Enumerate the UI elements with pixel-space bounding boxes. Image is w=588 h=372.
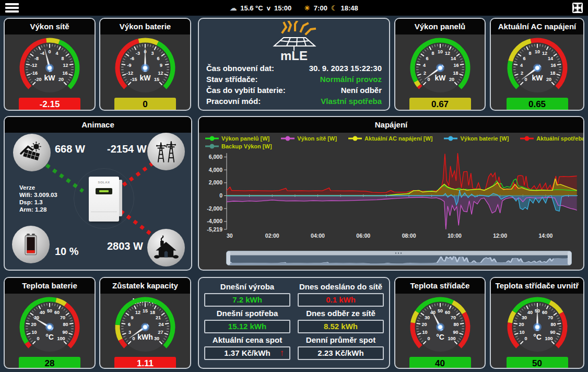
gauge-battery-power: Výkon baterie-15-12-9-6-303691215kW0	[99, 18, 191, 111]
svg-text:20: 20	[449, 77, 454, 82]
svg-text:8: 8	[431, 51, 434, 56]
gauge-value: 50	[507, 357, 568, 369]
gauge-battery-capacity: Zůstatek kapacity baterie036912151821242…	[99, 277, 191, 369]
stat-value: 2.23 Kč/kWh	[298, 346, 384, 360]
svg-text:2,000: 2,000	[209, 179, 222, 185]
grid-power-value: -2154 W	[107, 143, 147, 155]
info-label: Čas obnovení dat:	[206, 63, 274, 74]
svg-text:10: 10	[437, 49, 442, 54]
svg-text:60: 60	[445, 310, 450, 315]
svg-text:30: 30	[521, 315, 526, 320]
svg-text:10: 10	[519, 330, 524, 335]
svg-text:70: 70	[60, 315, 65, 320]
svg-text:12: 12	[63, 63, 68, 68]
legend-marker	[205, 144, 219, 149]
weather-sep: v	[267, 4, 271, 12]
svg-text:4: 4	[520, 63, 522, 68]
svg-text:-12: -12	[30, 63, 37, 68]
scrollbar-handle-right[interactable]	[568, 251, 571, 265]
gauge-title: Aktuální AC napájení	[491, 19, 583, 34]
topbar-status: ☁ 15.6 °C v 15:00 ☀ 7:00 ☾ 18:48	[0, 0, 588, 16]
legend-item[interactable]: Aktuální AC napájení [W]	[348, 135, 432, 142]
solar-power-value: 668 W	[55, 143, 85, 155]
stat-label: Aktuální cena spot	[204, 334, 290, 346]
svg-text:16: 16	[62, 71, 67, 76]
scrollbar-grip[interactable]	[227, 251, 571, 255]
legend-label: Aktuální AC napájení [W]	[364, 135, 432, 142]
svg-text:100: 100	[448, 336, 455, 341]
svg-text:°C: °C	[45, 333, 54, 341]
svg-text:12: 12	[445, 51, 450, 56]
svg-text:90: 90	[550, 330, 555, 335]
svg-text:14: 14	[548, 56, 553, 61]
svg-text:50: 50	[437, 308, 442, 313]
sunset-time: 18:48	[341, 4, 358, 12]
gauge-battery-temp: Teplota baterie0102030405060708090100°C2…	[4, 277, 96, 369]
gauge-value: 0	[114, 98, 176, 111]
svg-text:9: 9	[131, 315, 133, 320]
gauge-dial: 0102030405060708090100°C	[394, 294, 486, 356]
stat-item: Dnes odběr ze sítě8.52 kWh	[298, 308, 384, 333]
stat-value: 15.12 kWh	[204, 320, 290, 333]
version-info: Verze Wifi: 3.009.03 Dsp: 1.3 Arm: 1.28	[19, 184, 57, 213]
svg-text:2: 2	[520, 71, 523, 76]
svg-text:°C: °C	[533, 333, 542, 341]
svg-text:-3: -3	[136, 51, 140, 56]
svg-text:-12: -12	[126, 71, 133, 76]
weather-time: 15:00	[274, 4, 291, 12]
svg-text:-16: -16	[31, 71, 38, 76]
chart-range-scrollbar[interactable]	[226, 251, 572, 265]
stat-label: Dnešní výroba	[204, 281, 290, 293]
battery-soc-value: 10 %	[55, 246, 79, 258]
power-grid-icon	[147, 133, 185, 170]
svg-text:60: 60	[542, 310, 547, 315]
svg-text:4: 4	[56, 51, 58, 56]
svg-text:kW: kW	[140, 74, 151, 82]
svg-text:6: 6	[128, 322, 131, 327]
stat-item: Dnešní výroba7.2 kWh	[204, 281, 290, 307]
battery-icon	[12, 226, 50, 263]
svg-text:kW: kW	[532, 74, 543, 82]
stat-item: Aktuální cena spot1.37 Kč/kWh↑	[204, 334, 290, 360]
gauge-inverter-temp: Teplota střídače0102030405060708090100°C…	[394, 277, 486, 369]
svg-text:06:00: 06:00	[356, 233, 370, 239]
svg-text:70: 70	[451, 315, 456, 320]
legend-item[interactable]: Výkon panelů [W]	[205, 135, 269, 142]
gauge-dial: 0102030405060708090100°C	[4, 294, 96, 356]
info-label: Čas do vybití baterie:	[206, 85, 286, 96]
svg-text:10: 10	[31, 330, 37, 335]
svg-text:0: 0	[524, 77, 527, 82]
svg-text:-4: -4	[40, 51, 44, 56]
stat-label: Dnešní spotřeba	[204, 308, 290, 319]
svg-text:-4,000: -4,000	[207, 218, 222, 224]
svg-text:0: 0	[48, 49, 51, 54]
legend-marker	[444, 136, 457, 141]
svg-text:10: 10	[534, 49, 539, 54]
power-chart[interactable]: 6,0004,0002,0000-2,000-4,000-5,2193002:0…	[201, 151, 582, 241]
gauge-title: Teplota střídače	[395, 278, 485, 294]
house-power-value: 2803 W	[107, 240, 143, 252]
legend-item[interactable]: Výkon sítě [W]	[281, 135, 337, 142]
sunrise-icon: ☀	[304, 5, 310, 11]
fullscreen-icon[interactable]	[572, 3, 583, 13]
svg-text:12: 12	[135, 310, 140, 315]
gauge-title: Teplota baterie	[5, 278, 95, 294]
stat-item: Dnes odesláno do sítě0.1 kWh	[298, 281, 384, 307]
animation-panel: Animace	[4, 116, 192, 271]
chart-legend: Výkon panelů [W]Výkon sítě [W]Aktuální A…	[199, 133, 583, 149]
gauge-panel-power: Výkon panelů02468101214161820kW0.67	[394, 18, 486, 111]
legend-label: Výkon sítě [W]	[297, 135, 337, 142]
svg-text:kWh: kWh	[137, 333, 153, 341]
svg-text:20: 20	[421, 322, 427, 327]
panel-title: Napájení	[199, 117, 583, 133]
svg-text:30: 30	[424, 315, 429, 320]
legend-item[interactable]: Aktuální spotřeba [W]	[520, 135, 584, 142]
legend-marker	[205, 136, 219, 141]
gauge-title: Zůstatek kapacity baterie	[100, 278, 190, 294]
svg-text:2: 2	[423, 71, 426, 76]
info-label: Pracovní mód:	[206, 96, 261, 107]
legend-item[interactable]: Backup Výkon [W]	[205, 143, 272, 149]
scrollbar-handle-left[interactable]	[227, 251, 230, 265]
svg-text:20: 20	[58, 77, 64, 82]
legend-item[interactable]: Výkon baterie [W]	[444, 135, 509, 142]
